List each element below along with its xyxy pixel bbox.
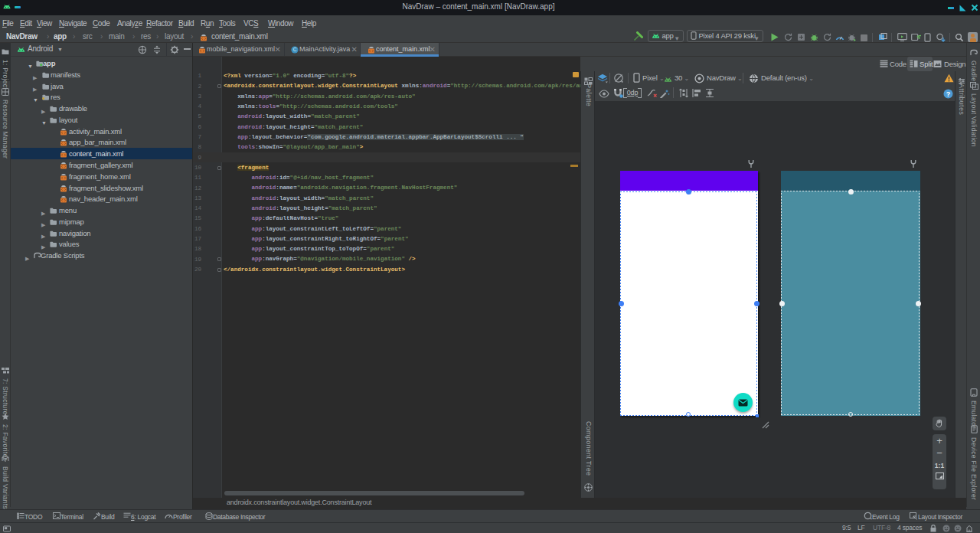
svg-text:C: C (293, 47, 297, 52)
svg-text:?: ? (946, 90, 950, 98)
